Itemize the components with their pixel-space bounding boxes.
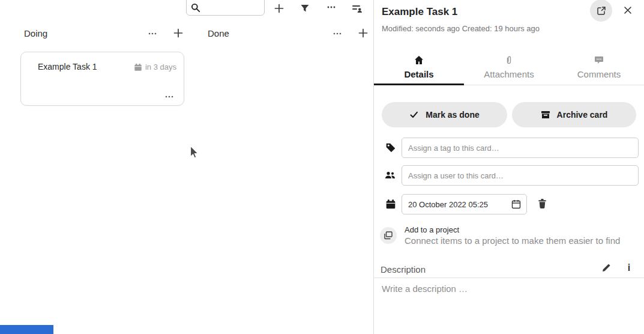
due-date-input[interactable] <box>402 194 527 214</box>
check-icon <box>409 110 419 120</box>
panel-card-title: Example Task 1 <box>382 6 457 18</box>
search-box[interactable] <box>186 0 265 16</box>
archive-card-button[interactable]: Archive card <box>512 102 636 127</box>
panel-card-meta: Modified: seconds ago Created: 19 hours … <box>382 24 540 33</box>
close-panel-button[interactable] <box>621 3 635 17</box>
assign-user-input[interactable] <box>402 165 639 186</box>
more-icon <box>327 2 336 12</box>
calendar-icon <box>134 63 142 71</box>
open-calendar-button[interactable] <box>511 199 522 210</box>
assigned-cards-button[interactable] <box>350 1 364 16</box>
search-icon <box>191 3 200 13</box>
add-icon <box>173 28 183 38</box>
card-title: Example Task 1 <box>38 62 97 71</box>
calendar-outline-icon <box>511 199 521 209</box>
mouse-cursor-arrow <box>190 145 199 160</box>
panel-tabs: Details Attachments Comments <box>374 50 644 85</box>
mark-as-done-label: Mark as done <box>426 110 479 120</box>
tab-comments-label: Comments <box>577 69 621 79</box>
kanban-app-window: Doing Done Example Task 1 <box>0 0 644 334</box>
more-icon <box>164 92 174 102</box>
add-card-toolbar-button[interactable] <box>272 1 286 16</box>
done-add-card-button[interactable] <box>357 27 369 39</box>
card-details-panel: Example Task 1 Modified: seconds ago Cre… <box>373 0 644 334</box>
due-date-field[interactable] <box>402 194 527 214</box>
doing-add-card-button[interactable] <box>172 27 184 39</box>
remove-due-date-button[interactable] <box>537 198 547 210</box>
description-info-button[interactable]: i <box>624 261 634 273</box>
paperclip-icon <box>504 55 514 65</box>
description-divider <box>374 278 644 278</box>
board-area: Doing Done Example Task 1 <box>0 0 373 334</box>
home-icon <box>414 55 424 65</box>
open-in-window-button[interactable] <box>590 0 612 22</box>
users-icon <box>385 170 396 181</box>
filter-button[interactable] <box>298 1 312 16</box>
doing-column-menu-button[interactable] <box>146 28 158 40</box>
pencil-icon <box>601 263 611 273</box>
add-to-project-button[interactable] <box>380 227 397 244</box>
card-due-date: in 3 days <box>134 62 176 71</box>
calendar-icon <box>385 199 396 210</box>
trash-icon <box>537 198 547 209</box>
info-icon: i <box>628 263 630 273</box>
card-due-label: in 3 days <box>145 62 176 71</box>
chat-icon <box>594 55 604 65</box>
column-title-doing: Doing <box>24 28 47 38</box>
description-label: Description <box>381 264 426 275</box>
more-icon <box>148 29 157 38</box>
close-icon <box>623 5 633 15</box>
task-card[interactable]: Example Task 1 in 3 days <box>20 52 184 106</box>
popout-icon <box>597 6 606 16</box>
tab-details[interactable]: Details <box>374 50 464 85</box>
archive-icon <box>541 110 550 120</box>
edit-description-button[interactable] <box>601 263 612 273</box>
mark-as-done-button[interactable]: Mark as done <box>382 102 507 127</box>
tab-comments[interactable]: Comments <box>554 50 644 85</box>
card-menu-button[interactable] <box>164 92 175 100</box>
assign-tag-input[interactable] <box>402 138 639 158</box>
tab-attachments-label: Attachments <box>484 69 534 79</box>
add-to-project-title: Add to a project <box>405 225 459 234</box>
active-tab-underline <box>374 84 464 85</box>
tab-attachments[interactable]: Attachments <box>464 50 554 85</box>
bottom-left-blue-fragment <box>0 325 53 334</box>
description-placeholder[interactable]: Write a description … <box>382 284 468 294</box>
more-icon <box>333 29 342 38</box>
column-title-done: Done <box>208 28 229 38</box>
add-to-project-subtitle: Connect items to a project to make them … <box>405 235 620 246</box>
search-input[interactable] <box>202 1 262 14</box>
assigned-cards-icon <box>352 4 363 13</box>
tag-icon <box>385 142 396 153</box>
archive-card-label: Archive card <box>557 110 608 120</box>
board-menu-button[interactable] <box>324 0 339 14</box>
done-column-menu-button[interactable] <box>331 28 343 40</box>
projects-icon <box>384 231 393 240</box>
tab-details-label: Details <box>404 69 433 79</box>
add-icon <box>274 4 284 13</box>
add-icon <box>358 28 368 38</box>
filter-icon <box>300 4 310 13</box>
